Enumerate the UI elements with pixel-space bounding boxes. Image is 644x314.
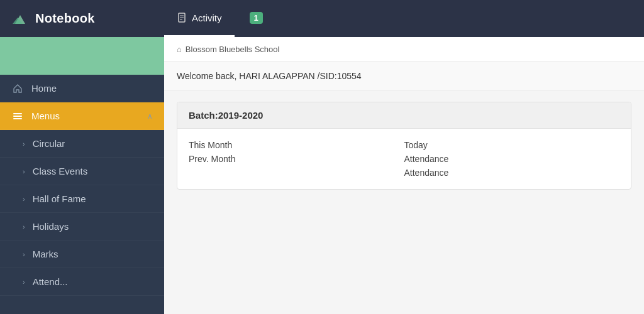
circular-arrow-icon: › [23, 140, 25, 148]
menus-collapse-icon: ∧ [147, 112, 153, 121]
top-nav: Notebook Activity 1 [0, 0, 644, 37]
tab-badge[interactable]: 1 [235, 0, 275, 37]
app-title: Notebook [35, 11, 95, 26]
sidebar-item-home-label: Home [31, 83, 153, 94]
svg-rect-7 [13, 116, 22, 117]
svg-rect-6 [13, 113, 22, 114]
sidebar-item-class-events[interactable]: › Class Events [0, 158, 164, 185]
menus-icon [11, 111, 24, 121]
batch-attendance-2: Attendance [404, 168, 620, 178]
logo-icon [11, 10, 29, 28]
batch-card: Batch:2019-2020 This Month Prev. Month T… [177, 102, 631, 190]
breadcrumb-home-icon: ⌂ [177, 45, 182, 54]
sidebar: Home Menus ∧ › Circular › Class Events [0, 37, 164, 314]
sidebar-item-marks[interactable]: › Marks [0, 241, 164, 268]
nav-badge: 1 [250, 12, 263, 24]
batch-this-month: This Month [189, 140, 404, 150]
sidebar-item-attend[interactable]: › Attend... [0, 268, 164, 296]
hall-of-fame-arrow-icon: › [23, 195, 25, 203]
sidebar-item-hall-of-fame[interactable]: › Hall of Fame [0, 185, 164, 213]
batch-attendance-1: Attendance [404, 154, 620, 164]
welcome-bar: Welcome back, HARI ALAGAPPAN /SID:10554 [164, 62, 644, 90]
batch-body: This Month Prev. Month Today Attendance … [177, 129, 631, 189]
breadcrumb: ⌂ Blossom Bluebells School [164, 37, 644, 62]
sidebar-item-holidays-label: Holidays [33, 221, 153, 232]
batch-title: Batch:2019-2020 [189, 110, 263, 121]
welcome-text: Welcome back, HARI ALAGAPPAN /SID:10554 [177, 71, 362, 81]
marks-arrow-icon: › [23, 251, 25, 258]
attend-arrow-icon: › [23, 278, 25, 286]
svg-rect-8 [13, 118, 22, 119]
class-events-arrow-icon: › [23, 168, 25, 175]
sidebar-item-class-events-label: Class Events [33, 166, 153, 176]
content-area: ⌂ Blossom Bluebells School Welcome back,… [164, 37, 644, 314]
sidebar-item-attend-label: Attend... [33, 276, 153, 287]
batch-prev-month: Prev. Month [189, 154, 404, 164]
batch-right-col: Today Attendance Attendance [404, 140, 620, 178]
sidebar-item-menus[interactable]: Menus ∧ [0, 102, 164, 130]
home-icon [11, 84, 24, 94]
activity-tab-label: Activity [192, 13, 222, 23]
sidebar-item-hall-of-fame-label: Hall of Fame [33, 193, 153, 204]
activity-tab-icon [177, 13, 187, 23]
sidebar-item-menus-label: Menus [31, 111, 140, 121]
breadcrumb-school-name: Blossom Bluebells School [186, 45, 280, 54]
tab-activity[interactable]: Activity [164, 0, 235, 37]
sidebar-item-marks-label: Marks [33, 249, 153, 259]
holidays-arrow-icon: › [23, 223, 25, 230]
sidebar-item-circular-label: Circular [33, 138, 153, 149]
sidebar-item-home[interactable]: Home [0, 75, 164, 102]
sidebar-item-holidays[interactable]: › Holidays [0, 213, 164, 241]
batch-header: Batch:2019-2020 [177, 102, 631, 129]
batch-today: Today [404, 140, 620, 150]
nav-tabs: Activity 1 [164, 0, 644, 37]
batch-left-col: This Month Prev. Month [189, 140, 404, 178]
sidebar-green-bar [0, 37, 164, 75]
sidebar-item-circular[interactable]: › Circular [0, 130, 164, 158]
main-layout: Home Menus ∧ › Circular › Class Events [0, 37, 644, 314]
logo-area: Notebook [0, 0, 164, 37]
